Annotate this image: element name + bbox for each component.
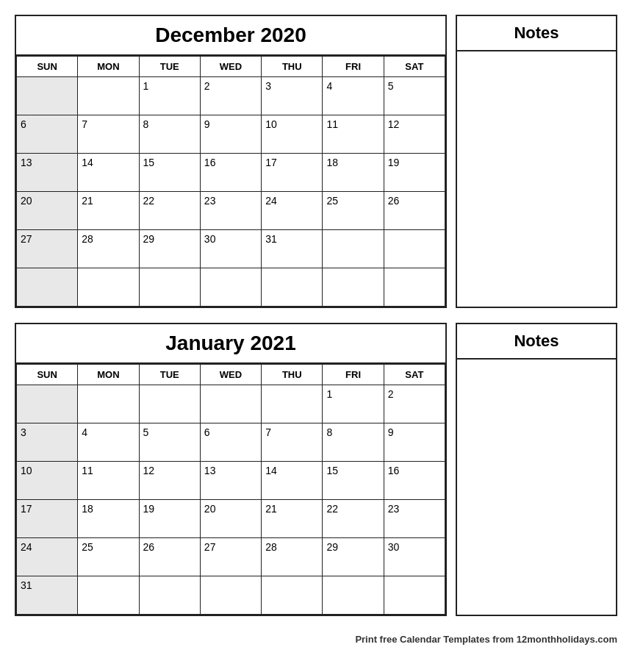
- footer-site: 12monthholidays.com: [517, 634, 617, 645]
- calendar-cell: 30: [200, 230, 261, 268]
- day-header-sat: SAT: [384, 57, 445, 77]
- calendar-cell: 8: [139, 115, 200, 154]
- calendar-cell: 9: [384, 423, 445, 462]
- calendar-cell: [17, 268, 78, 307]
- calendar-cell: 25: [78, 538, 139, 576]
- table-row: [17, 268, 445, 307]
- calendar-cell: 16: [200, 154, 261, 192]
- calendar-cell: 12: [384, 115, 445, 154]
- day-header-sat: SAT: [384, 365, 445, 385]
- calendar-cell: 7: [262, 423, 323, 462]
- calendar-cell: 13: [200, 462, 261, 500]
- day-header-sun: SUN: [17, 57, 78, 77]
- table-row: 10111213141516: [17, 462, 445, 500]
- calendar-cell: 30: [384, 538, 445, 576]
- january-notes-body[interactable]: [457, 360, 616, 615]
- calendar-cell: [139, 268, 200, 307]
- calendar-cell: 5: [139, 423, 200, 462]
- calendar-cell: 8: [323, 423, 384, 462]
- calendar-cell: [323, 576, 384, 615]
- calendar-cell: 29: [323, 538, 384, 576]
- calendar-cell: 28: [78, 230, 139, 268]
- january-row: January 2021 SUNMONTUEWEDTHUFRISAT 12345…: [15, 323, 617, 616]
- calendar-cell: [139, 576, 200, 615]
- calendar-cell: 6: [200, 423, 261, 462]
- calendar-cell: 21: [78, 192, 139, 230]
- calendar-cell: 28: [262, 538, 323, 576]
- table-row: 24252627282930: [17, 538, 445, 576]
- calendar-cell: 10: [262, 115, 323, 154]
- day-header-fri: FRI: [323, 57, 384, 77]
- calendar-cell: 26: [384, 192, 445, 230]
- calendar-cell: 4: [323, 77, 384, 115]
- calendar-cell: [384, 268, 445, 307]
- calendar-cell: 2: [384, 385, 445, 423]
- calendar-cell: 6: [17, 115, 78, 154]
- calendar-cell: 22: [139, 192, 200, 230]
- calendar-cell: 13: [17, 154, 78, 192]
- calendar-cell: 11: [323, 115, 384, 154]
- table-row: 3456789: [17, 423, 445, 462]
- table-row: 2728293031: [17, 230, 445, 268]
- calendar-cell: 21: [262, 500, 323, 538]
- calendar-cell: [78, 268, 139, 307]
- calendar-cell: 27: [17, 230, 78, 268]
- calendar-cell: 19: [139, 500, 200, 538]
- december-notes-body[interactable]: [457, 51, 616, 307]
- calendar-cell: 24: [17, 538, 78, 576]
- calendar-cell: 27: [200, 538, 261, 576]
- calendar-cell: 23: [384, 500, 445, 538]
- calendar-cell: [78, 385, 139, 423]
- calendar-cell: 1: [323, 385, 384, 423]
- calendar-cell: 4: [78, 423, 139, 462]
- calendar-cell: [200, 268, 261, 307]
- table-row: 31: [17, 576, 445, 615]
- calendar-cell: 3: [17, 423, 78, 462]
- day-header-thu: THU: [262, 365, 323, 385]
- calendar-cell: 31: [17, 576, 78, 615]
- calendar-cell: 14: [78, 154, 139, 192]
- table-row: 13141516171819: [17, 154, 445, 192]
- calendar-cell: 17: [17, 500, 78, 538]
- january-notes: Notes: [456, 323, 617, 616]
- calendar-cell: [17, 385, 78, 423]
- calendar-cell: 2: [200, 77, 261, 115]
- calendar-cell: [200, 576, 261, 615]
- footer: Print free Calendar Templates from 12mon…: [15, 634, 617, 645]
- calendar-cell: 15: [139, 154, 200, 192]
- calendar-cell: 20: [200, 500, 261, 538]
- page-wrapper: December 2020 SUNMONTUEWEDTHUFRISAT 1234…: [15, 15, 617, 645]
- calendar-cell: 17: [262, 154, 323, 192]
- december-title: December 2020: [16, 16, 445, 56]
- table-row: 12: [17, 385, 445, 423]
- table-row: 12345: [17, 77, 445, 115]
- calendar-cell: 22: [323, 500, 384, 538]
- calendar-cell: [78, 77, 139, 115]
- calendar-cell: 10: [17, 462, 78, 500]
- calendar-cell: 18: [323, 154, 384, 192]
- calendar-cell: 23: [200, 192, 261, 230]
- day-header-wed: WED: [200, 365, 261, 385]
- day-header-sun: SUN: [17, 365, 78, 385]
- calendar-cell: 12: [139, 462, 200, 500]
- december-row: December 2020 SUNMONTUEWEDTHUFRISAT 1234…: [15, 15, 617, 308]
- calendar-cell: [139, 385, 200, 423]
- calendar-cell: 9: [200, 115, 261, 154]
- december-notes: Notes: [456, 15, 617, 308]
- calendar-cell: 16: [384, 462, 445, 500]
- calendar-cell: [323, 230, 384, 268]
- calendar-cell: [262, 385, 323, 423]
- calendar-cell: [262, 576, 323, 615]
- january-notes-title: Notes: [457, 324, 616, 360]
- calendar-cell: 26: [139, 538, 200, 576]
- day-header-tue: TUE: [139, 57, 200, 77]
- calendar-cell: 3: [262, 77, 323, 115]
- calendar-cell: [17, 77, 78, 115]
- calendar-cell: 7: [78, 115, 139, 154]
- january-grid: SUNMONTUEWEDTHUFRISAT 123456789101112131…: [16, 364, 445, 615]
- table-row: 20212223242526: [17, 192, 445, 230]
- january-title: January 2021: [16, 324, 445, 364]
- calendar-cell: 29: [139, 230, 200, 268]
- calendar-cell: 5: [384, 77, 445, 115]
- day-header-fri: FRI: [323, 365, 384, 385]
